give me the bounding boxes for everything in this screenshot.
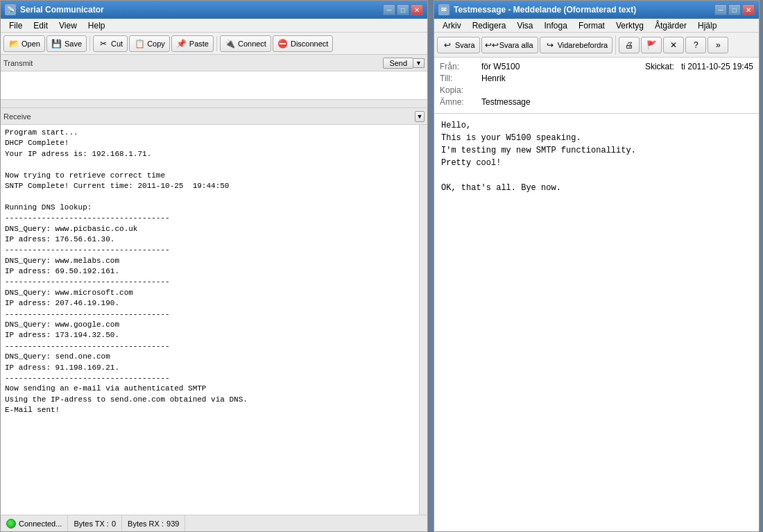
sent-label: Skickat: ti 2011-10-25 19:45 (645, 62, 753, 71)
reply-icon: ↩ (442, 40, 453, 51)
receive-dropdown[interactable]: ▼ (415, 111, 425, 122)
subject-value: Testmessage (481, 97, 753, 107)
bytes-rx-label: Bytes RX : (128, 520, 164, 528)
toolbar-sep-1 (89, 36, 90, 51)
bytes-rx-value: 939 (166, 520, 179, 528)
transmit-scrollbar-h[interactable] (1, 99, 427, 108)
email-title: Testmessage - Meddelande (Oformaterad te… (454, 5, 636, 15)
receive-section: Receive ▼ Program start... DHCP Complete… (1, 108, 427, 515)
serial-menubar: File Edit View Help (1, 19, 427, 33)
email-toolbar-sep-1 (615, 35, 616, 55)
cc-label: Kopia: (440, 85, 481, 95)
email-titlebar-controls: ─ □ ✕ (714, 4, 755, 15)
email-menu-verktyg[interactable]: Verktyg (610, 19, 649, 32)
serial-menu-view[interactable]: View (53, 19, 83, 32)
flag-icon: 🚩 (646, 40, 657, 51)
expand-button[interactable]: » (708, 37, 728, 53)
forward-button[interactable]: ↪ Vidarebefordra (540, 37, 613, 53)
email-menu-infoga[interactable]: Infoga (539, 19, 573, 32)
serial-menu-file[interactable]: File (3, 19, 28, 32)
paste-button[interactable]: 📌 Paste (171, 35, 214, 52)
send-button[interactable]: Send (383, 58, 413, 69)
status-connection: Connected... (1, 515, 68, 531)
connection-indicator (6, 519, 16, 529)
cut-button[interactable]: ✂ Cut (93, 35, 128, 52)
expand-icon: » (712, 40, 723, 51)
transmit-textarea[interactable] (1, 71, 427, 99)
email-menu-arkiv[interactable]: Arkiv (437, 19, 467, 32)
delete-button[interactable]: ✕ (663, 37, 684, 53)
forward-icon: ↪ (545, 40, 556, 51)
receive-text: Program start... DHCP Complete! Your IP … (1, 125, 419, 515)
email-maximize-button[interactable]: □ (728, 4, 741, 15)
receive-row: Program start... DHCP Complete! Your IP … (1, 125, 427, 515)
receive-header: Receive ▼ (1, 108, 427, 125)
transmit-header: Transmit Send ▼ (1, 55, 427, 71)
email-window: ✉ Testmessage - Meddelande (Oformaterad … (434, 0, 760, 532)
serial-statusbar: Connected... Bytes TX : 0 Bytes RX : 939 (1, 515, 427, 531)
receive-label: Receive (3, 112, 415, 121)
serial-communicator-window: 📡 Serial Communicator ─ □ ✕ File Edit Vi… (0, 0, 428, 532)
receive-scrollbar-v[interactable] (419, 125, 427, 515)
transmit-section: Transmit Send ▼ (1, 55, 427, 108)
serial-titlebar-controls: ─ □ ✕ (383, 4, 423, 15)
email-close-button[interactable]: ✕ (742, 4, 755, 15)
delete-icon: ✕ (668, 40, 679, 51)
open-icon: 📂 (8, 38, 19, 49)
email-body: Hello, This is your W5100 speaking. I'm … (434, 114, 759, 531)
print-button[interactable]: 🖨 (619, 37, 640, 53)
status-bytes-rx: Bytes RX : 939 (122, 515, 185, 531)
help-icon: ? (690, 40, 701, 51)
disconnect-button[interactable]: ⛔ Disconnect (273, 35, 333, 52)
save-button[interactable]: 💾 Save (46, 35, 87, 52)
serial-menu-help[interactable]: Help (83, 19, 111, 32)
cut-icon: ✂ (98, 38, 109, 49)
transmit-input-area (1, 71, 427, 99)
email-toolbar: ↩ Svara ↩↩ Svara alla ↪ Vidarebefordra 🖨… (434, 33, 759, 58)
paste-icon: 📌 (176, 38, 187, 49)
email-subject-row: Ämne: Testmessage (440, 97, 753, 107)
serial-titlebar-left: 📡 Serial Communicator (5, 4, 104, 15)
email-minimize-button[interactable]: ─ (714, 4, 727, 15)
email-menu-redigera[interactable]: Redigera (467, 19, 512, 32)
email-menu-visa[interactable]: Visa (511, 19, 538, 32)
open-button[interactable]: 📂 Open (3, 35, 45, 52)
save-icon: 💾 (51, 38, 62, 49)
email-menu-format[interactable]: Format (573, 19, 610, 32)
email-titlebar: ✉ Testmessage - Meddelande (Oformaterad … (434, 1, 759, 19)
reply-button[interactable]: ↩ Svara (437, 37, 480, 53)
print-icon: 🖨 (624, 40, 635, 51)
subject-label: Ämne: (440, 97, 481, 107)
copy-icon: 📋 (134, 38, 145, 49)
receive-content[interactable]: Program start... DHCP Complete! Your IP … (1, 125, 419, 515)
reply-all-icon: ↩↩ (486, 40, 497, 51)
transmit-label: Transmit (3, 59, 383, 67)
serial-menu-edit[interactable]: Edit (28, 19, 53, 32)
email-titlebar-left: ✉ Testmessage - Meddelande (Oformaterad … (438, 4, 636, 15)
email-menu-atgarder[interactable]: Åtgärder (649, 19, 692, 32)
serial-titlebar: 📡 Serial Communicator ─ □ ✕ (1, 1, 427, 19)
connect-button[interactable]: 🔌 Connect (220, 35, 271, 52)
email-menu-hjalp[interactable]: Hjälp (692, 19, 722, 32)
serial-app-icon: 📡 (5, 4, 16, 15)
email-menubar: Arkiv Redigera Visa Infoga Format Verkty… (434, 19, 759, 33)
send-dropdown[interactable]: ▼ (413, 58, 425, 68)
disconnect-icon: ⛔ (277, 38, 289, 49)
to-label: Till: (440, 74, 481, 83)
serial-maximize-button[interactable]: □ (397, 4, 409, 15)
flag-button[interactable]: 🚩 (641, 37, 662, 53)
bytes-tx-label: Bytes TX : (74, 520, 109, 528)
status-bytes-tx: Bytes TX : 0 (68, 515, 122, 531)
email-header: Från: för W5100 Skickat: ti 2011-10-25 1… (434, 58, 759, 114)
serial-close-button[interactable]: ✕ (411, 4, 423, 15)
serial-minimize-button[interactable]: ─ (383, 4, 395, 15)
connection-text: Connected... (19, 520, 62, 528)
email-from-row: Från: för W5100 Skickat: ti 2011-10-25 1… (440, 62, 753, 71)
reply-all-button[interactable]: ↩↩ Svara alla (481, 37, 538, 53)
toolbar-sep-2 (216, 36, 217, 51)
email-to-row: Till: Henrik (440, 74, 753, 83)
from-label: Från: (440, 62, 481, 71)
help-button[interactable]: ? (685, 37, 706, 53)
copy-button[interactable]: 📋 Copy (129, 35, 170, 52)
connect-icon: 🔌 (225, 38, 236, 49)
